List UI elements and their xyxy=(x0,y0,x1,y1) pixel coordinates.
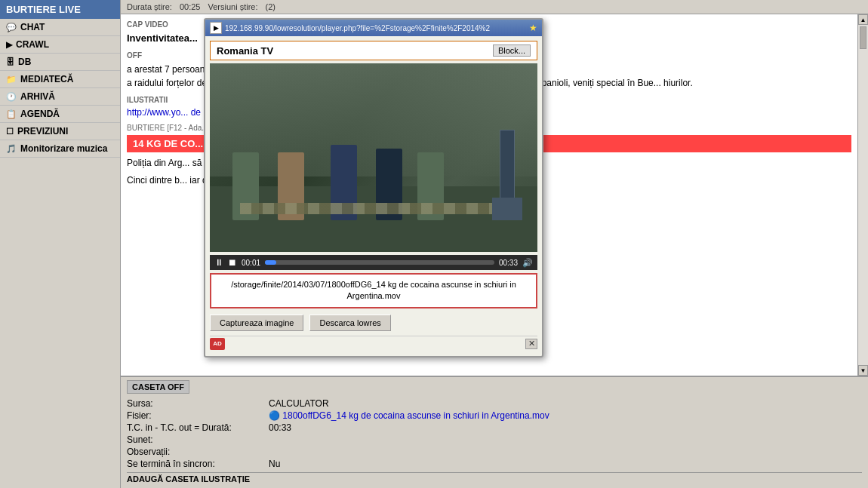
block-button[interactable]: Block... xyxy=(493,45,531,57)
modal-titlebar: ▶ 192.168.99.90/lowresolution/player.php… xyxy=(205,20,542,36)
sidebar-item-arhiva[interactable]: 🕐 ARHIVĂ xyxy=(0,88,120,106)
content-area: Durata știre: 00:25 Versiuni știre: (2) … xyxy=(121,0,868,488)
sincron-label: Se termină în sincron: xyxy=(127,459,263,469)
download-button[interactable]: Descarca lowres xyxy=(309,315,390,331)
modal-footer: AD ✕ xyxy=(210,336,537,351)
sidebar-item-monitorizare[interactable]: 🎵 Monitorizare muzica xyxy=(0,140,120,158)
scrollbar-vertical[interactable]: ▲ ▼ xyxy=(857,14,868,376)
scroll-up-button[interactable]: ▲ xyxy=(858,14,868,25)
modal-url: 192.168.99.90/lowresolution/player.php?f… xyxy=(225,24,526,32)
modal-body: Romania TV Block... xyxy=(205,36,542,356)
mediateca-icon: 📁 xyxy=(6,75,17,84)
video-modal: ▶ 192.168.99.90/lowresolution/player.php… xyxy=(204,18,543,358)
duration-label: Durata știre: xyxy=(127,2,172,11)
caseta-grid: Sursa: CALCULATOR Fisier: 🔵 1800offDG6_1… xyxy=(127,398,862,469)
content-inner: CAP VIDEO Inventivitatea... OFF a aresta… xyxy=(121,14,868,376)
main-content: CAP VIDEO Inventivitatea... OFF a aresta… xyxy=(121,14,857,376)
sidebar-item-label: DB xyxy=(18,57,31,67)
packages-row xyxy=(240,203,507,214)
sidebar-item-mediateca[interactable]: 📁 MEDIATECĂ xyxy=(0,71,120,88)
end-time: 00:33 xyxy=(499,259,518,267)
sidebar-item-label: CRAWL xyxy=(16,39,49,50)
observatii-label: Observații: xyxy=(127,447,263,457)
progress-fill xyxy=(265,260,276,265)
player-title-bar: Romania TV Block... xyxy=(210,41,537,60)
filename-box: /storage/finite/2014/03/07/1800offDG6_14… xyxy=(210,273,537,308)
sidebar: BURTIERE LIVE 💬 CHAT ▶ CRAWL 🗄 DB 📁 MEDI… xyxy=(0,0,121,488)
sidebar-item-agenda[interactable]: 📋 AGENDĂ xyxy=(0,106,120,123)
pause-button[interactable]: ⏸ xyxy=(214,257,223,268)
scrollbar-track[interactable] xyxy=(858,25,868,365)
scene-wall xyxy=(210,63,537,176)
chat-icon: 💬 xyxy=(6,23,17,32)
stop-button[interactable]: ⏹ xyxy=(228,257,237,268)
sunet-label: Sunet: xyxy=(127,434,263,445)
sunet-value xyxy=(269,434,862,445)
fisier-label: Fisier: xyxy=(127,410,263,421)
observatii-value xyxy=(269,447,862,457)
db-icon: 🗄 xyxy=(6,57,14,66)
agenda-icon: 📋 xyxy=(6,109,17,119)
sidebar-item-label: PREVIZIUNI xyxy=(17,126,68,137)
brand-icon: AD xyxy=(210,338,225,350)
browser-icon: ▶ xyxy=(210,22,222,34)
duration-value: 00:25 xyxy=(180,2,201,11)
structure-base xyxy=(492,198,522,220)
video-controls[interactable]: ⏸ ⏹ 00:01 00:33 🔊 xyxy=(210,255,537,270)
arhiva-icon: 🕐 xyxy=(6,92,17,102)
scrollbar-thumb[interactable] xyxy=(860,26,866,49)
close-button[interactable]: ✕ xyxy=(525,339,537,349)
sidebar-item-label: CHAT xyxy=(20,22,45,32)
sidebar-item-label: AGENDĂ xyxy=(20,109,60,119)
caseta-header: CASETA OFF xyxy=(127,380,189,394)
sidebar-item-previziuni[interactable]: ☐ PREVIZIUNI xyxy=(0,123,120,140)
adauga-label: ADAUGĂ CASETA ILUSTRAȚIE xyxy=(127,472,862,485)
modal-buttons: Captureaza imagine Descarca lowres xyxy=(210,312,537,334)
sursa-value: CALCULATOR xyxy=(269,398,862,409)
news-header-bar: Durata știre: 00:25 Versiuni știre: (2) xyxy=(121,0,868,14)
star-icon: ★ xyxy=(529,23,537,33)
caseta-area: CASETA OFF Sursa: CALCULATOR Fisier: 🔵 1… xyxy=(121,376,868,488)
video-container xyxy=(210,63,537,252)
versions-value: (2) xyxy=(265,2,275,11)
versions-label: Versiuni știre: xyxy=(208,2,257,11)
volume-icon[interactable]: 🔊 xyxy=(522,258,533,268)
tc-value: 00:33 xyxy=(269,422,862,433)
sidebar-item-label: MEDIATECĂ xyxy=(20,74,73,84)
fisier-value[interactable]: 🔵 1800offDG6_14 kg de cocaina ascunse in… xyxy=(269,410,862,421)
sincron-value: Nu xyxy=(269,459,862,469)
tc-label: T.C. in - T.C. out = Durată: xyxy=(127,422,263,433)
previziuni-icon: ☐ xyxy=(6,127,14,137)
player-title: Romania TV xyxy=(217,45,273,57)
capture-button[interactable]: Captureaza imagine xyxy=(210,315,303,331)
sidebar-item-db[interactable]: 🗄 DB xyxy=(0,54,120,71)
fisier-link-icon: 🔵 xyxy=(269,410,280,421)
sidebar-header: BURTIERE LIVE xyxy=(0,0,120,19)
sidebar-item-label: ARHIVĂ xyxy=(20,91,55,102)
monitorizare-icon: 🎵 xyxy=(6,144,17,154)
progress-bar[interactable] xyxy=(265,260,494,265)
play-time: 00:01 xyxy=(242,259,260,267)
crawl-icon: ▶ xyxy=(6,40,12,50)
sidebar-item-label: Monitorizare muzica xyxy=(20,143,107,154)
scene-ground xyxy=(210,186,537,253)
scroll-down-button[interactable]: ▼ xyxy=(858,365,868,376)
sidebar-item-crawl[interactable]: ▶ CRAWL xyxy=(0,36,120,54)
sidebar-item-chat[interactable]: 💬 CHAT xyxy=(0,19,120,36)
sursa-label: Sursa: xyxy=(127,398,263,409)
